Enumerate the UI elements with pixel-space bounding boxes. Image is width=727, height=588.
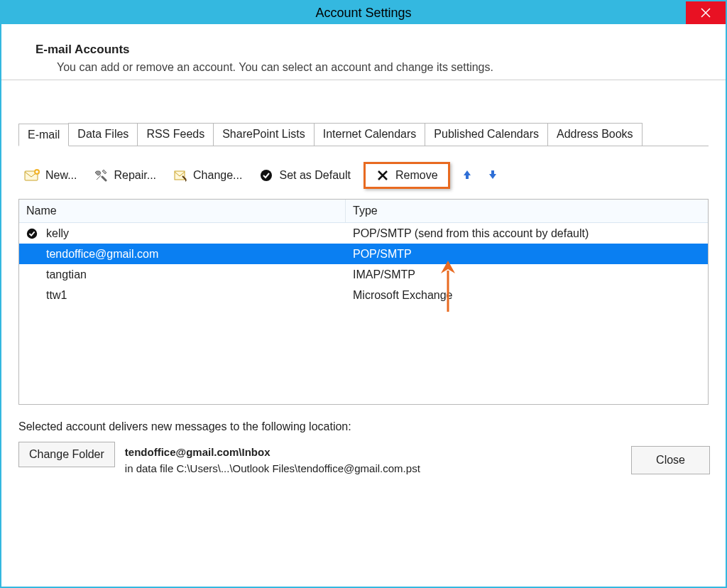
list-item[interactable]: kelly POP/SMTP (send from this account b… [19,223,708,244]
check-circle-icon [259,168,273,183]
change-button[interactable]: Change... [169,165,246,185]
tab-sharepoint-lists[interactable]: SharePoint Lists [213,123,315,146]
change-icon [173,168,187,183]
tab-address-books[interactable]: Address Books [547,123,643,146]
check-circle-icon [26,227,38,240]
list-item[interactable]: ttw1 Microsoft Exchange [19,285,708,305]
window-title: Account Settings [1,6,726,21]
account-name: ttw1 [45,289,346,302]
move-down-button[interactable] [484,166,501,185]
account-type: POP/SMTP [346,248,708,261]
mail-new-icon [24,169,40,182]
tools-icon [94,168,108,183]
svg-point-3 [261,170,272,181]
delivery-section: Selected account delivers new messages t… [18,420,709,474]
toolbar: New... Repair... Change... Set as Defaul… [14,146,713,199]
list-header: Name Type [19,200,708,223]
window-close-button[interactable] [686,1,726,24]
arrow-down-icon [487,169,498,180]
account-name: tangtian [45,268,346,281]
x-icon [376,168,390,183]
new-button-label: New... [45,169,77,182]
change-folder-button[interactable]: Change Folder [18,442,115,467]
repair-button[interactable]: Repair... [89,165,160,185]
tab-published-calendars[interactable]: Published Calendars [425,123,548,146]
remove-button-label: Remove [395,169,438,182]
column-name[interactable]: Name [19,200,346,222]
dialog-footer: Close [631,446,710,474]
tab-strip: E-mail Data Files RSS Feeds SharePoint L… [18,123,709,146]
tab-email[interactable]: E-mail [18,124,69,146]
svg-rect-2 [175,171,185,180]
list-item[interactable]: tendoffice@gmail.com POP/SMTP [19,244,708,264]
delivery-location: tendoffice@gmail.com\Inbox [125,446,420,458]
remove-button[interactable]: Remove [364,162,450,189]
set-default-button-label: Set as Default [279,169,351,182]
column-type[interactable]: Type [346,200,708,222]
svg-point-4 [27,228,37,238]
tab-rss-feeds[interactable]: RSS Feeds [137,123,214,146]
delivery-path: in data file C:\Users\...\Outlook Files\… [125,462,420,474]
change-button-label: Change... [193,169,242,182]
tab-data-files[interactable]: Data Files [68,123,138,146]
tab-internet-calendars[interactable]: Internet Calendars [314,123,426,146]
account-type: POP/SMTP (send from this account by defa… [346,227,708,240]
move-up-button[interactable] [459,166,476,185]
section-description: You can add or remove an account. You ca… [57,61,706,74]
default-indicator [19,227,45,240]
close-icon [701,8,711,18]
account-name: kelly [45,227,346,240]
repair-button-label: Repair... [114,169,156,182]
arrow-up-icon [461,169,473,180]
set-default-button[interactable]: Set as Default [255,165,355,185]
accounts-list: Name Type kelly POP/SMTP (send from this… [18,199,709,405]
account-type: IMAP/SMTP [346,268,708,281]
account-name: tendoffice@gmail.com [45,248,346,261]
delivery-message: Selected account delivers new messages t… [18,420,709,433]
new-button[interactable]: New... [20,166,81,185]
section-heading: E-mail Accounts [35,43,706,57]
close-button[interactable]: Close [631,446,710,474]
title-bar: Account Settings [1,1,726,24]
list-item[interactable]: tangtian IMAP/SMTP [19,264,708,285]
account-type: Microsoft Exchange [346,289,708,302]
